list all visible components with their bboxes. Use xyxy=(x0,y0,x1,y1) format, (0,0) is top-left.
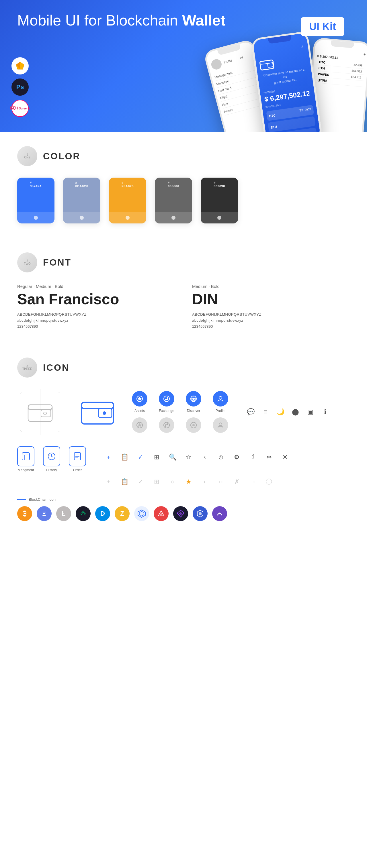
sf-lower: abcdefghijklmnopqrstuvwxyz xyxy=(17,318,175,322)
phone-center-screen: + Character may be mastered in thegreat … xyxy=(253,39,321,132)
exchange-icon xyxy=(159,391,174,406)
sf-label: Regular · Medium · Bold xyxy=(17,284,175,289)
message-icon: ▣ xyxy=(305,407,315,417)
small-icons-row-1: + 📋 ✓ ⊞ 🔍 ☆ ‹ ⎋ ⚙ ⤴ ⇔ ✕ xyxy=(103,452,290,462)
font-grid: Regular · Medium · Bold San Francisco AB… xyxy=(17,284,350,329)
small-icons-row-2: + 📋 ✓ ⊞ ○ ★ ‹ ↔ ✗ → ⓘ xyxy=(103,477,290,487)
nav-assets-outline xyxy=(132,417,147,433)
ui-kit-badge: UI Kit xyxy=(301,17,344,36)
wireframe-wallet-svg xyxy=(27,401,53,423)
ps-label: Ps xyxy=(16,83,24,91)
check-icon-gray: ✓ xyxy=(135,477,146,487)
svg-point-28 xyxy=(219,423,222,426)
moon-icon: 🌙 xyxy=(275,407,286,417)
discover-icon-outline xyxy=(186,417,201,433)
gear-icon: ⚙ xyxy=(232,452,242,462)
blockchain-label-row: BlockChain Icon xyxy=(17,497,350,502)
exchange-icon-outline xyxy=(159,417,174,433)
svg-rect-6 xyxy=(28,405,52,422)
din-label: Medium · Bold xyxy=(192,284,350,289)
svg-marker-17 xyxy=(138,397,142,401)
btc-icon: ₿ xyxy=(17,506,32,521)
swatch-blue: #3574FA xyxy=(17,178,55,223)
check-icon: ✓ xyxy=(135,452,146,462)
info-icon: ℹ xyxy=(320,407,330,417)
color-title: COLOR xyxy=(43,151,81,161)
nav-assets: Assets xyxy=(132,391,147,413)
waves-icon xyxy=(76,506,91,521)
profile-icon xyxy=(213,391,228,406)
nav-profile-outline xyxy=(213,417,228,433)
ltc-icon: Ł xyxy=(56,506,71,521)
nav-exchange: Exchange xyxy=(159,391,174,413)
blockchain-line xyxy=(17,499,26,500)
chevron-left-gray: ‹ xyxy=(200,477,210,487)
cross-gray: ✗ xyxy=(232,477,242,487)
color-header: 1 ONE COLOR xyxy=(17,146,350,166)
font-sf: Regular · Medium · Bold San Francisco AB… xyxy=(17,284,175,329)
qr-icon: ⊞ xyxy=(151,452,162,462)
star-icon: ☆ xyxy=(184,452,194,462)
hero-title: Mobile UI for Blockchain Wallet xyxy=(17,11,225,29)
search-icon: 🔍 xyxy=(167,452,178,462)
zec-icon: Z xyxy=(115,506,130,521)
list-icon: 📋 xyxy=(119,452,130,462)
icon-display-row: Assets Exchange xyxy=(17,389,350,435)
swatch-orange: #F5A623 xyxy=(109,178,146,223)
svg-point-18 xyxy=(164,396,169,402)
color-number: 1 ONE xyxy=(17,146,37,166)
icon-header: 3 THREE ICON xyxy=(17,358,350,378)
misc-icons-col: 💬 ≡ 🌙 ⬤ ▣ ℹ xyxy=(246,407,330,417)
nav-icons-row-filled: Assets Exchange xyxy=(132,391,228,413)
profile-icon-outline xyxy=(213,417,228,433)
wireframe-icon xyxy=(17,389,63,435)
nav-exchange-outline xyxy=(159,417,174,433)
star-icon-filled: ★ xyxy=(184,477,194,487)
plus-icon-gray: + xyxy=(103,477,114,487)
chat-icon: 💬 xyxy=(246,407,256,417)
crypto-icons-row: ₿ Ξ Ł D Z xyxy=(17,506,350,521)
resize-icon: ⇔ xyxy=(264,452,274,462)
link-icon xyxy=(193,506,207,521)
app-history: History xyxy=(43,446,60,472)
svg-marker-24 xyxy=(138,423,142,427)
svg-rect-14 xyxy=(81,402,114,408)
stack-icon: ≡ xyxy=(260,407,271,417)
icon-number: 3 THREE xyxy=(17,358,37,378)
phones-container: Profile AI Management Message Red Card N… xyxy=(206,34,367,132)
svg-point-8 xyxy=(44,412,47,415)
font-din: Medium · Bold DIN ABCDEFGHIJKLMNOPQRSTUV… xyxy=(192,284,350,329)
nav-discover-outline xyxy=(186,417,201,433)
info-icon-gray: ⓘ xyxy=(264,477,274,487)
app-order: Order xyxy=(69,446,86,472)
svg-point-22 xyxy=(219,397,222,399)
tagline: Character may be mastered in thegreat mo… xyxy=(261,67,309,87)
plus-icon: + xyxy=(103,452,114,462)
svg-rect-7 xyxy=(41,410,51,417)
list-icon-gray: 📋 xyxy=(119,477,130,487)
nav-icons-column: Assets Exchange xyxy=(132,391,228,433)
circle-icon: ⬤ xyxy=(290,407,301,417)
din-name: DIN xyxy=(192,290,350,308)
poly-icon xyxy=(134,506,149,521)
avatar xyxy=(210,58,223,71)
svg-rect-9 xyxy=(28,405,52,409)
solid-wallet-svg xyxy=(80,398,115,426)
nav-discover: Discover xyxy=(186,391,201,413)
svg-marker-37 xyxy=(138,510,145,517)
ai-label: AI xyxy=(240,56,244,60)
close-icon: ✕ xyxy=(280,452,290,462)
arrow-right-gray: → xyxy=(248,477,258,487)
ps-badge: Ps xyxy=(11,79,29,96)
sf-name: San Francisco xyxy=(17,290,175,308)
svg-rect-11 xyxy=(81,402,114,424)
management-icon xyxy=(17,446,34,466)
svg-marker-44 xyxy=(199,512,202,515)
svg-marker-42 xyxy=(179,512,182,515)
main-content: 1 ONE COLOR #3574FA #8DA0C8 #F5A623 #666… xyxy=(0,132,367,547)
wallet-svg xyxy=(259,58,275,71)
phone-center: + Character may be mastered in thegreat … xyxy=(251,31,323,132)
svg-rect-5 xyxy=(260,60,273,64)
font-header: 2 TWO FONT xyxy=(17,252,350,273)
svg-point-27 xyxy=(192,424,195,426)
